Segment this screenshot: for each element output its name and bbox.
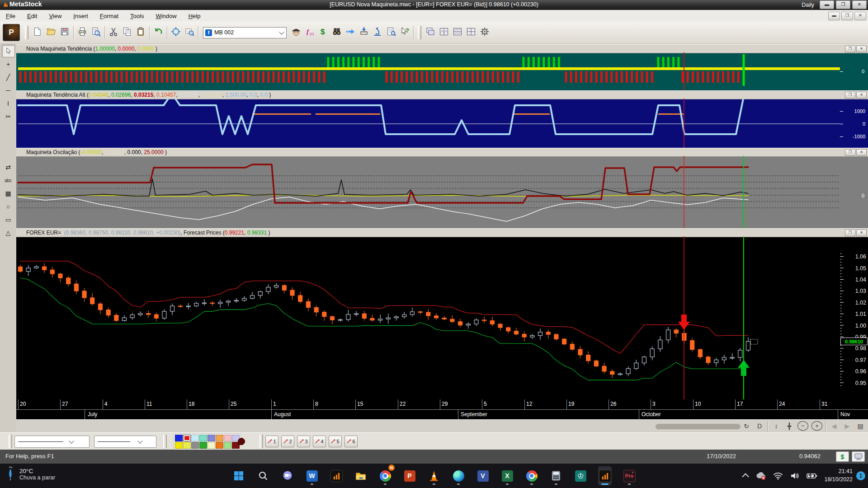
rectangle-tool[interactable]: ▭	[2, 213, 15, 226]
grid-tool[interactable]: ▦	[2, 187, 15, 200]
color-swatch[interactable]	[208, 442, 215, 449]
color-swatch[interactable]	[216, 435, 223, 441]
color-swatch[interactable]	[216, 442, 223, 449]
panel-close-button[interactable]: ✕	[856, 149, 867, 156]
color-swatch[interactable]	[224, 435, 231, 441]
panel-close-button[interactable]: ✕	[856, 92, 867, 99]
color-swatch[interactable]	[191, 442, 199, 449]
taskbar-file-explorer-icon[interactable]	[354, 466, 368, 485]
crosshair-pointer-button[interactable]	[169, 26, 183, 39]
horizontal-line-tool[interactable]: ─	[2, 84, 15, 97]
taskbar-edge-icon[interactable]	[452, 466, 465, 485]
close-button[interactable]: ✕	[852, 0, 867, 9]
chart-options-button[interactable]	[478, 26, 491, 39]
taskbar-powerpoint-icon[interactable]: P	[403, 466, 416, 485]
save-chart-button[interactable]	[58, 26, 71, 39]
menu-help[interactable]: Help	[183, 11, 207, 21]
panel-close-button[interactable]: ✕	[856, 230, 867, 236]
panel-tendencia-alt-chart[interactable]	[16, 99, 868, 148]
text-tool[interactable]: abc	[2, 174, 15, 187]
volume-icon[interactable]	[790, 472, 800, 480]
custom-color-swatch[interactable]	[238, 438, 245, 445]
color-swatch[interactable]	[175, 435, 183, 441]
panel-restore-button[interactable]: ❐	[845, 92, 855, 99]
taskbar-calculator-icon[interactable]	[549, 466, 563, 485]
vertical-line-tool[interactable]: I	[2, 97, 15, 110]
favorite-template-1-button[interactable]: 1	[265, 436, 278, 447]
forecaster-button[interactable]	[344, 26, 357, 39]
tile-horizontal-button[interactable]	[451, 26, 464, 39]
downloader-button[interactable]	[357, 26, 371, 39]
menu-insert[interactable]: Insert	[67, 11, 94, 21]
color-swatch[interactable]	[199, 435, 207, 441]
wifi-icon[interactable]	[773, 472, 783, 480]
context-help-button[interactable]: ?	[398, 26, 411, 39]
trendline-tool[interactable]: ╱	[2, 71, 15, 84]
tray-expand-icon[interactable]	[744, 474, 749, 479]
favorite-template-5-button[interactable]: 5	[329, 436, 342, 447]
child-close-button[interactable]: ✕	[854, 12, 866, 20]
menu-window[interactable]: Window	[150, 11, 182, 21]
zoom-in-button[interactable]: +	[811, 421, 822, 431]
indicator-builder-button[interactable]: f(x)	[303, 26, 316, 39]
explorer-button[interactable]	[330, 26, 344, 39]
report-button[interactable]	[384, 26, 398, 39]
cascade-windows-button[interactable]	[424, 26, 437, 39]
battery-icon[interactable]	[807, 472, 817, 479]
notification-badge[interactable]: 1	[856, 471, 865, 480]
color-swatch[interactable]	[183, 442, 191, 449]
menu-file[interactable]: File	[0, 11, 21, 21]
new-chart-button[interactable]	[31, 26, 44, 39]
panel-forex-chart[interactable]	[16, 236, 868, 399]
chart-list-button[interactable]: ▤	[855, 421, 865, 431]
taskbar-word-icon[interactable]: W	[305, 466, 319, 485]
panel-restore-button[interactable]: ❐	[845, 149, 855, 156]
paste-button[interactable]	[134, 26, 147, 39]
scroll-tool[interactable]: ⇄	[2, 161, 15, 174]
vertical-scale-button[interactable]: ↕	[771, 421, 781, 431]
color-swatch[interactable]	[199, 442, 207, 449]
panel-close-button[interactable]: ✕	[856, 46, 867, 52]
research-button[interactable]	[371, 26, 384, 39]
power-console-button[interactable]: P	[3, 24, 20, 41]
color-swatch[interactable]	[183, 435, 191, 441]
color-swatch[interactable]	[191, 435, 199, 441]
favorite-template-3-button[interactable]: 3	[297, 436, 310, 447]
line-weight-combo[interactable]	[94, 436, 156, 448]
open-chart-button[interactable]	[44, 26, 58, 39]
ellipse-tool[interactable]: ○	[2, 200, 15, 213]
print-button[interactable]	[75, 26, 89, 39]
onedrive-error-icon[interactable]	[755, 472, 766, 480]
line-style-combo[interactable]	[14, 436, 90, 448]
copy-button[interactable]	[120, 26, 134, 39]
online-status-button[interactable]	[852, 451, 865, 462]
taskbar-excel-icon[interactable]: X	[500, 466, 514, 485]
menu-edit[interactable]: Edit	[21, 11, 43, 21]
taskbar-chess-icon[interactable]: ♔	[574, 466, 587, 485]
favorite-template-4-button[interactable]: 4	[313, 436, 326, 447]
child-minimize-button[interactable]: ▬	[828, 12, 840, 20]
favorite-template-2-button[interactable]: 2	[281, 436, 294, 447]
taskbar-chat-icon[interactable]	[281, 466, 294, 485]
panel-oscilacao-chart[interactable]	[16, 156, 868, 228]
favorite-template-6-button[interactable]: 6	[344, 436, 358, 447]
zoom-select-button[interactable]	[183, 26, 196, 39]
cut-button[interactable]	[107, 26, 120, 39]
panel-tendencia-chart[interactable]	[16, 52, 868, 90]
layout-template-combo[interactable]: fMB 002	[203, 27, 287, 38]
menu-tools[interactable]: Tools	[124, 11, 150, 21]
system-tester-button[interactable]: $	[316, 26, 330, 39]
page-left-button[interactable]: ◀	[829, 421, 839, 431]
expert-advisor-button[interactable]	[289, 26, 303, 39]
taskbar-metastock-active-icon[interactable]	[598, 466, 612, 485]
refresh-button[interactable]: ↻	[741, 421, 751, 431]
periodicity-button[interactable]: D	[755, 421, 764, 431]
color-swatch[interactable]	[224, 442, 231, 449]
minimize-button[interactable]: ▬	[820, 0, 834, 9]
taskbar-vlc-icon[interactable]	[427, 466, 441, 485]
tile-windows-button[interactable]	[464, 26, 478, 39]
taskbar-chrome-icon[interactable]	[525, 466, 538, 485]
tile-vertical-button[interactable]	[437, 26, 451, 39]
undo-button[interactable]	[151, 26, 165, 39]
color-swatch[interactable]	[175, 442, 183, 449]
